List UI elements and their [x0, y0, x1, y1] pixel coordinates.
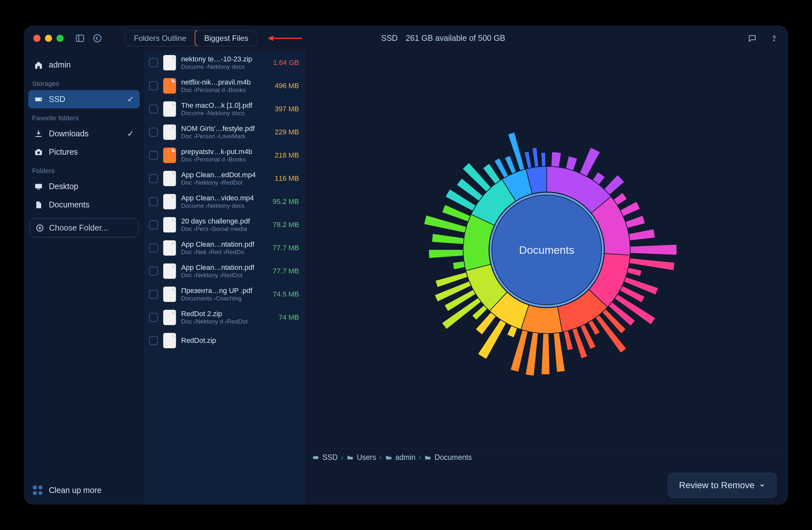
file-row[interactable]: RedDot 2.zipDoc ›Nektony d ›RedDot74 MB [145, 306, 305, 329]
document-icon [34, 200, 43, 209]
file-name: prepyatstv…k-put.m4b [181, 148, 259, 156]
file-name: RedDot 2.zip [181, 310, 259, 318]
file-row[interactable]: App Clean…video.mp4Docume ›Nektony docs9… [145, 190, 305, 213]
svg-point-4 [774, 40, 774, 41]
tab-folders-outline[interactable]: Folders Outline [125, 30, 195, 46]
checkbox[interactable] [149, 336, 158, 345]
file-size: 397 MB [264, 105, 299, 113]
help-icon[interactable] [770, 34, 779, 43]
file-row[interactable]: prepyatstv…k-put.m4bDoc ›Personal d ›Boo… [145, 144, 305, 167]
tab-biggest-files[interactable]: Biggest Files [195, 30, 258, 46]
file-row[interactable]: 20 days challenge.pdfDoc ›Pers ›Social m… [145, 213, 305, 236]
checkbox[interactable] [149, 174, 158, 183]
checkbox[interactable] [149, 290, 158, 299]
close-icon[interactable] [33, 35, 41, 42]
crumb[interactable]: admin [395, 453, 416, 462]
file-info: prepyatstv…k-put.m4bDoc ›Personal d ›Boo… [181, 148, 259, 163]
file-icon [163, 171, 176, 186]
sidebar-item-desktop[interactable]: Desktop [28, 177, 140, 196]
file-size: 77.7 MB [264, 267, 299, 275]
sidebar-item-label: Downloads [49, 129, 89, 138]
apps-grid-icon [33, 485, 42, 495]
plus-circle-icon [36, 224, 44, 232]
file-info: App Clean…video.mp4Docume ›Nektony docs [181, 194, 259, 209]
sidebar-item-pictures[interactable]: Pictures [28, 143, 140, 161]
maximize-icon[interactable] [57, 35, 63, 42]
crumb[interactable]: SSD [322, 453, 337, 462]
file-row[interactable]: App Clean…ntation.pdfDoc ›Nek ›Red ›RedD… [145, 236, 305, 260]
file-path: Doc ›Nektony ›RedDot [181, 272, 259, 279]
svg-point-6 [41, 99, 41, 100]
file-row[interactable]: nektony te…-10-23.zipDocume ›Nektony doc… [145, 51, 305, 74]
callout-arrow-icon [267, 34, 303, 42]
file-icon [163, 101, 176, 117]
checkbox[interactable] [149, 104, 158, 113]
file-row[interactable]: The macO…k [1.0].pdfDocume ›Nektony docs… [145, 97, 305, 121]
sidebar-item-downloads[interactable]: Downloads ✓ [28, 124, 140, 143]
file-info: netflix-nik…pravil.m4bDoc ›Personal d ›B… [181, 78, 259, 94]
file-size: 74 MB [264, 313, 299, 322]
svg-rect-11 [38, 189, 40, 190]
checkbox[interactable] [149, 58, 158, 67]
file-size: 496 MB [264, 82, 299, 90]
file-size: 78.2 MB [264, 221, 299, 229]
checkbox[interactable] [149, 151, 158, 160]
file-icon [163, 310, 176, 325]
sidebar-toggle-icon[interactable] [75, 33, 85, 43]
crumb[interactable]: Documents [435, 453, 472, 462]
crumb[interactable]: Users [357, 453, 376, 462]
file-path: Docume ›Nektony docs [181, 202, 259, 209]
check-icon: ✓ [127, 95, 134, 104]
checkbox[interactable] [149, 128, 158, 137]
minimize-icon[interactable] [45, 35, 52, 42]
feedback-icon[interactable] [748, 34, 757, 43]
svg-rect-17 [313, 456, 319, 459]
sidebar: admin Storages SSD ✓ Favorite folders Do… [24, 51, 145, 505]
view-tabs: Folders Outline Biggest Files [125, 30, 258, 46]
file-size: 77.7 MB [264, 244, 299, 252]
storage-status: SSD 261 GB available of 500 GB [381, 33, 505, 43]
sidebar-item-documents[interactable]: Documents [28, 196, 140, 214]
file-info: The macO…k [1.0].pdfDocume ›Nektony docs [181, 101, 259, 117]
checkbox[interactable] [149, 197, 158, 206]
file-path: Docume ›Nektony docs [181, 64, 259, 70]
file-row[interactable]: Презента…ng UP .pdfDocuments ›Coaching74… [145, 283, 305, 306]
download-icon [34, 129, 43, 138]
review-to-remove-button[interactable]: Review to Remove [668, 473, 777, 498]
breadcrumb: SSD› Users› admin› Documents [305, 449, 788, 466]
sunburst-chart[interactable]: Documents [305, 51, 788, 449]
svg-rect-9 [37, 149, 40, 151]
section-folders: Folders [28, 161, 140, 177]
cleanup-more-button[interactable]: Clean up more [28, 477, 140, 505]
file-path: Doc ›Personal d ›Books [181, 156, 259, 163]
file-path: Doc ›Nek ›Red ›RedDo [181, 249, 259, 256]
file-row[interactable]: App Clean…edDot.mp4Doc ›Nektony ›RedDot1… [145, 167, 305, 190]
sidebar-item-label: Pictures [49, 147, 78, 157]
window-controls [33, 35, 63, 42]
file-path: Doc ›Nektony ›RedDot [181, 179, 259, 186]
review-label: Review to Remove [679, 480, 754, 490]
checkbox[interactable] [149, 243, 158, 252]
checkbox[interactable] [149, 267, 158, 276]
status-drive-name: SSD [381, 33, 398, 42]
file-row[interactable]: RedDot.zip [145, 329, 305, 352]
sidebar-item-ssd[interactable]: SSD ✓ [28, 90, 140, 108]
file-info: NOM Girls'…festyle.pdfDoc ›Person ›LoveM… [181, 124, 259, 140]
biggest-files-list[interactable]: nektony te…-10-23.zipDocume ›Nektony doc… [145, 51, 305, 505]
checkbox[interactable] [149, 313, 158, 322]
file-info: 20 days challenge.pdfDoc ›Pers ›Social m… [181, 217, 259, 233]
file-path: Doc ›Person ›LoveMark [181, 133, 259, 140]
chevron-down-icon [759, 482, 765, 489]
file-row[interactable]: netflix-nik…pravil.m4bDoc ›Personal d ›B… [145, 74, 305, 97]
file-size: 218 MB [264, 151, 299, 159]
file-row[interactable]: NOM Girls'…festyle.pdfDoc ›Person ›LoveM… [145, 121, 305, 144]
sidebar-item-home[interactable]: admin [28, 56, 140, 74]
choose-folder-button[interactable]: Choose Folder... [30, 218, 139, 237]
file-icon [163, 194, 176, 209]
home-icon [34, 60, 43, 69]
back-icon[interactable] [92, 33, 102, 43]
sidebar-item-label: Documents [49, 200, 89, 209]
file-row[interactable]: App Clean…ntation.pdfDoc ›Nektony ›RedDo… [145, 260, 305, 283]
checkbox[interactable] [149, 220, 158, 229]
checkbox[interactable] [149, 81, 158, 90]
